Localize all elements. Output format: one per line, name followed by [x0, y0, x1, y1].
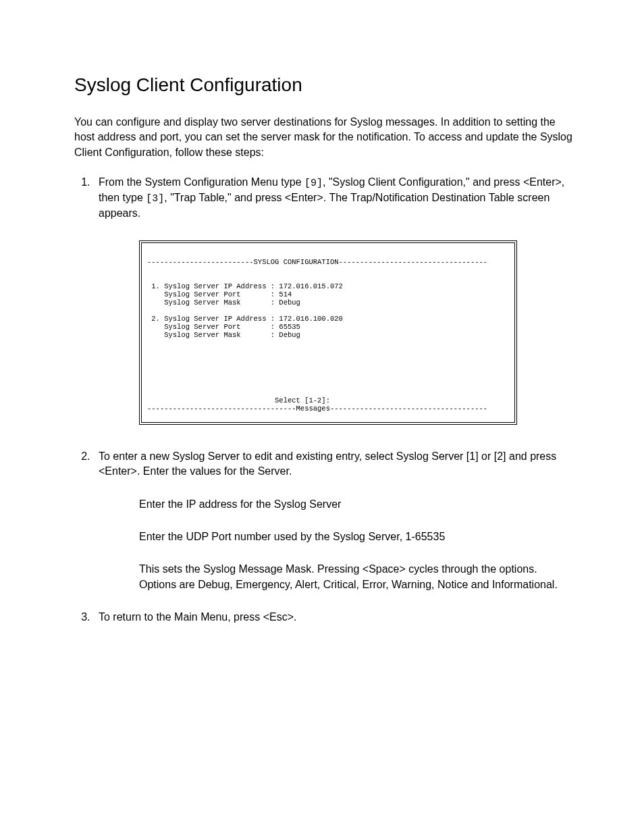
term-s2-mask-value: Debug [279, 331, 300, 339]
term-s2-ip-value: 172.016.100.020 [279, 315, 343, 323]
step-1-key-9: [9] [304, 178, 323, 189]
step-3: To return to the Main Menu, press <Esc>. [93, 610, 576, 625]
steps-list: From the System Configuration Menu type … [74, 175, 576, 625]
term-header-dash-right: ----------------------------------- [339, 258, 488, 266]
term-s1-ip-label: 1. Syslog Server IP Address : [147, 282, 279, 290]
step-2: To enter a new Syslog Server to edit and… [93, 449, 576, 592]
term-s2-mask-label: Syslog Server Mask : [147, 331, 279, 339]
term-header-title: SYSLOG CONFIGURATION [254, 258, 339, 266]
step-1-text-c: , "Trap Table," and press <Enter>. The T… [99, 192, 549, 219]
step-2-text: To enter a new Syslog Server to edit and… [99, 450, 556, 477]
terminal-screen: -------------------------SYSLOG CONFIGUR… [139, 240, 517, 425]
step-1: From the System Configuration Menu type … [93, 175, 576, 425]
term-select-prompt: Select [1-2]: [147, 396, 330, 405]
step-2-sub-mask: This sets the Syslog Message Mask. Press… [139, 562, 576, 592]
step-3-text: To return to the Main Menu, press <Esc>. [99, 611, 296, 623]
term-footer-dash-right: ------------------------------------- [330, 405, 487, 413]
step-1-key-3: [3] [146, 193, 164, 205]
term-header-dash-left: ------------------------- [147, 258, 254, 266]
term-s1-port-value: 514 [279, 290, 292, 298]
term-s1-port-label: Syslog Server Port : [147, 290, 279, 298]
step-1-text-a: From the System Configuration Menu type [99, 176, 304, 188]
term-s1-ip-value: 172.016.015.072 [279, 282, 343, 290]
step-2-sub-port: Enter the UDP Port number used by the Sy… [139, 529, 576, 544]
term-footer-dash-left: ----------------------------------- [147, 405, 296, 413]
term-s1-mask-label: Syslog Server Mask : [147, 298, 279, 307]
terminal-container: -------------------------SYSLOG CONFIGUR… [139, 240, 517, 425]
term-s1-mask-value: Debug [279, 298, 300, 307]
document-page: Syslog Client Configuration You can conf… [0, 0, 644, 834]
intro-paragraph: You can configure and display two server… [74, 115, 576, 160]
term-s2-port-label: Syslog Server Port : [147, 323, 279, 331]
step-2-sublist: Enter the IP address for the Syslog Serv… [139, 497, 576, 593]
step-2-sub-ip: Enter the IP address for the Syslog Serv… [139, 497, 576, 512]
term-s2-port-value: 65535 [279, 323, 300, 331]
page-title: Syslog Client Configuration [74, 74, 576, 96]
term-footer-title: Messages [296, 405, 330, 413]
term-s2-ip-label: 2. Syslog Server IP Address : [147, 315, 279, 323]
